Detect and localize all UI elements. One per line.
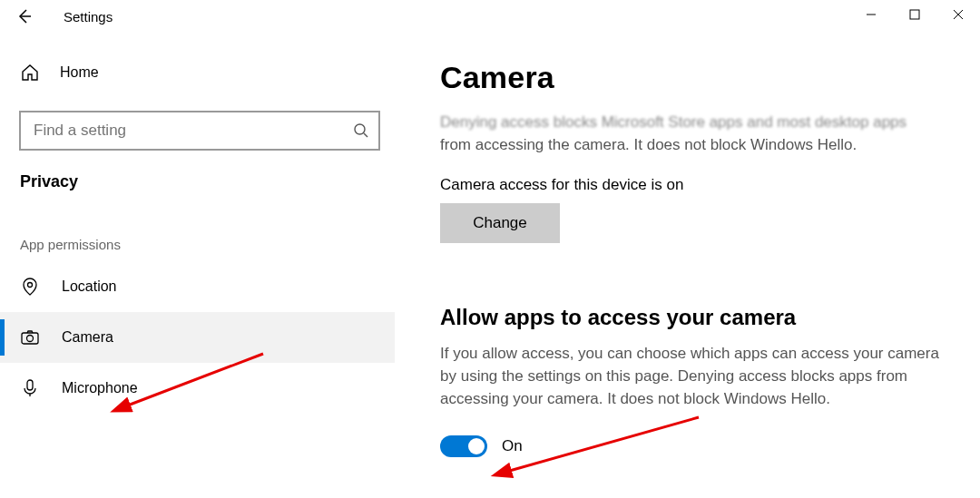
home-icon [20, 63, 40, 83]
sidebar-item-label: Camera [62, 329, 113, 346]
svg-point-4 [355, 124, 365, 134]
sidebar-item-location[interactable]: Location [0, 261, 395, 312]
section-header-privacy: Privacy [0, 151, 395, 191]
sidebar-item-label: Location [62, 278, 117, 295]
svg-point-8 [27, 336, 34, 342]
camera-access-status: Camera access for this device is on [440, 176, 958, 194]
svg-rect-1 [910, 10, 919, 19]
window-title: Settings [64, 9, 113, 24]
search-icon [353, 122, 369, 139]
location-icon [20, 277, 40, 297]
svg-line-5 [364, 133, 368, 137]
content-pane: Camera Denying access blocks Microsoft S… [413, 33, 980, 498]
search-field[interactable] [19, 111, 380, 151]
home-nav[interactable]: Home [0, 51, 395, 94]
page-title: Camera [440, 60, 958, 95]
svg-rect-7 [22, 333, 38, 344]
svg-rect-9 [27, 380, 33, 390]
home-label: Home [60, 64, 99, 81]
allow-apps-title: Allow apps to access your camera [440, 305, 958, 330]
window-controls [849, 0, 980, 29]
search-input[interactable] [34, 122, 353, 140]
camera-icon [20, 327, 40, 347]
sidebar: Home Privacy App permissions Location Ca… [0, 33, 395, 498]
close-button[interactable] [936, 0, 980, 29]
toggle-knob [468, 438, 485, 454]
minimize-button[interactable] [849, 0, 893, 29]
blurred-text-line1: Denying access blocks Microsoft Store ap… [440, 112, 958, 134]
allow-apps-toggle-row: On [440, 435, 958, 457]
maximize-button[interactable] [893, 0, 936, 29]
back-button[interactable] [9, 1, 40, 32]
sidebar-item-label: Microphone [62, 380, 138, 396]
allow-apps-desc: If you allow access, you can choose whic… [440, 343, 958, 410]
microphone-icon [20, 378, 40, 398]
toggle-label: On [502, 437, 523, 455]
sidebar-item-microphone[interactable]: Microphone [0, 363, 395, 414]
svg-point-6 [28, 283, 33, 288]
change-button[interactable]: Change [440, 203, 560, 243]
group-header-app-permissions: App permissions [0, 191, 395, 261]
desc-text-line2: from accessing the camera. It does not b… [440, 134, 958, 157]
back-arrow-icon [16, 8, 33, 24]
sidebar-item-camera[interactable]: Camera [0, 312, 395, 363]
allow-apps-toggle[interactable] [440, 435, 487, 457]
titlebar: Settings [0, 0, 980, 33]
